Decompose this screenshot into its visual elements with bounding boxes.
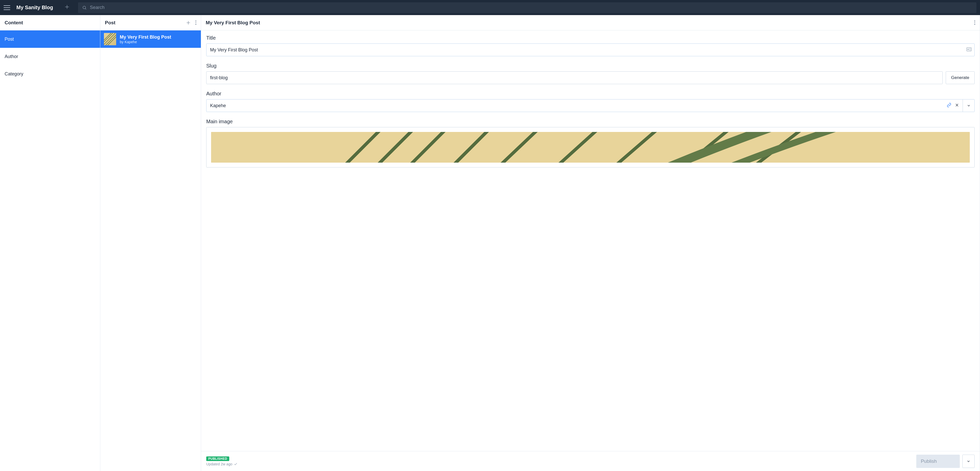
- svg-point-12: [968, 49, 969, 50]
- post-header: Post: [100, 15, 201, 30]
- main-image-label: Main image: [206, 119, 975, 125]
- app-title: My Sanity Blog: [16, 5, 53, 11]
- main-image-field: Main image: [206, 119, 975, 168]
- clear-icon[interactable]: [955, 103, 959, 108]
- editor-menu-button[interactable]: [974, 21, 975, 25]
- link-icon[interactable]: [947, 103, 951, 108]
- generate-button[interactable]: Generate: [946, 71, 975, 84]
- content-item-author[interactable]: Author: [0, 48, 100, 65]
- add-post-button[interactable]: [186, 20, 191, 25]
- author-field: Author Kapehe: [206, 91, 975, 112]
- check-icon: [234, 462, 237, 466]
- post-column: Post My Very First Blog Post by Kapehe: [100, 15, 201, 471]
- editor-body: Title Slug Generate Author: [201, 30, 980, 451]
- workspace: Content Post Author Category Post My Ver…: [0, 15, 980, 471]
- svg-point-2: [83, 6, 86, 9]
- post-thumbnail: [104, 33, 116, 45]
- publish-button[interactable]: Publish: [916, 455, 960, 468]
- author-reference[interactable]: Kapehe: [207, 100, 963, 112]
- search-input[interactable]: [90, 5, 972, 10]
- author-expand-button[interactable]: [963, 100, 974, 112]
- svg-line-7: [105, 34, 116, 45]
- editor-doc-title: My Very First Blog Post: [206, 20, 260, 25]
- author-label: Author: [206, 91, 975, 97]
- menu-icon[interactable]: [3, 5, 10, 11]
- image-dropzone[interactable]: [206, 127, 975, 168]
- title-id-icon: [966, 47, 972, 52]
- slug-field: Slug Generate: [206, 63, 975, 84]
- content-title: Content: [5, 20, 23, 25]
- editor-column: My Very First Blog Post Title Slug Gener…: [201, 15, 980, 471]
- author-value: Kapehe: [210, 103, 226, 108]
- search-bar[interactable]: [78, 2, 977, 13]
- post-item-title: My Very First Blog Post: [120, 35, 171, 40]
- main-image-preview: [211, 132, 970, 163]
- title-field: Title: [206, 35, 975, 56]
- content-item-post[interactable]: Post: [0, 30, 100, 48]
- title-input[interactable]: [206, 43, 975, 56]
- post-list-item[interactable]: My Very First Blog Post by Kapehe: [100, 30, 201, 48]
- svg-line-6: [104, 33, 115, 44]
- editor-footer: PUBLISHED Updated 2w ago Publish: [201, 451, 980, 471]
- search-icon: [82, 5, 87, 10]
- topbar: My Sanity Blog: [0, 0, 980, 15]
- post-item-subtitle: by Kapehe: [120, 40, 171, 44]
- updated-text: Updated 2w ago: [206, 462, 237, 466]
- svg-line-3: [85, 8, 86, 10]
- title-label: Title: [206, 35, 975, 41]
- new-document-button[interactable]: [64, 3, 70, 11]
- post-column-title: Post: [105, 20, 115, 25]
- status-badge: PUBLISHED: [206, 457, 229, 461]
- slug-input[interactable]: [206, 71, 943, 84]
- svg-rect-11: [967, 48, 971, 51]
- content-header: Content: [0, 15, 100, 30]
- slug-label: Slug: [206, 63, 975, 69]
- post-menu-button[interactable]: [196, 21, 197, 25]
- content-column: Content Post Author Category: [0, 15, 100, 471]
- content-item-category[interactable]: Category: [0, 65, 100, 82]
- publish-more-button[interactable]: [963, 455, 975, 468]
- editor-header: My Very First Blog Post: [201, 15, 980, 30]
